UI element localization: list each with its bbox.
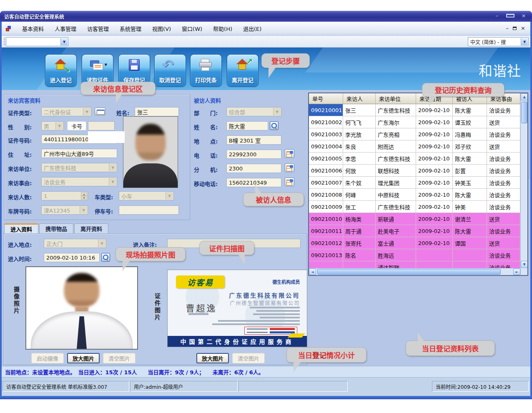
table-cell[interactable]: 洽谈业务 [487,201,520,213]
plate-combo[interactable]: 津A12345▼ [41,205,88,215]
table-cell[interactable]: 送货 [487,140,520,153]
table-cell[interactable]: 090210005 [309,153,343,165]
table-cell[interactable] [453,249,487,261]
toolbar-grip[interactable] [4,38,5,46]
table-cell[interactable]: 洽谈业务 [487,249,520,261]
table-cell[interactable]: 2009-02-10 [416,213,453,225]
table-row[interactable]: 090210013陈名胜海远洽谈业务 [309,249,520,261]
call-phone-icon[interactable] [285,149,294,158]
table-cell[interactable]: 钟美 [453,201,487,213]
table-cell[interactable]: 富士通 [376,237,416,249]
table-cell[interactable]: 090210001 [309,104,343,116]
entry-time-input[interactable]: 2009-02-10 10:16 [44,253,100,262]
clear-photo-button[interactable]: 清空图片 [103,353,136,363]
language-combo[interactable]: 中文 (简体) - 搜 ▼ [468,37,529,46]
table-cell[interactable]: 090210002 [309,116,343,128]
card-no-input[interactable] [88,121,115,130]
table-cell[interactable]: 2009-02-10 [416,237,453,249]
scrollbar-thumb[interactable] [521,102,527,123]
mdi-minimize-icon[interactable]: – [506,25,509,31]
reason-combo[interactable]: 洽谈业务▼ [41,177,117,186]
scroll-up-icon[interactable]: ▲ [521,93,528,100]
table-cell[interactable]: 新联通 [376,213,416,225]
menu-item-help[interactable]: 帮助(H) [208,25,238,33]
table-cell[interactable]: 陈大雷 [453,153,487,165]
table-cell[interactable]: 附而达 [376,140,416,153]
tab-carried-items[interactable]: 携带物品 [39,223,73,233]
table-cell[interactable]: 洽谈业务 [487,177,520,189]
print-slip-button[interactable]: 打印凭条 [190,54,222,87]
table-cell[interactable]: 陈大雷 [453,225,487,237]
mdi-restore-icon[interactable] [513,25,517,31]
table-cell[interactable]: 2009-02-10 [416,140,453,153]
table-cell[interactable]: 2009-02-10 [416,177,453,189]
table-cell[interactable]: 送货 [487,213,520,225]
table-row[interactable]: 090210011周于通赴美电子2009-02-10陈大雷洽谈业务 [309,225,520,237]
card-no-button[interactable]: 卡号 [67,121,86,130]
start-camera-button[interactable]: 启动摄像 [31,353,64,363]
chevron-down-icon[interactable]: ▼ [521,38,528,45]
restore-icon[interactable] [506,13,514,19]
dept-combo[interactable]: 综合部▼ [226,107,281,116]
table-cell[interactable]: 谭玉姣 [453,116,487,128]
tab-leave-info[interactable]: 离开资料 [74,223,108,233]
table-cell[interactable]: 何飞飞 [343,116,376,128]
call-ext-icon[interactable] [285,163,294,172]
table-cell[interactable]: 张三 [343,104,376,116]
table-cell[interactable]: 2009-02-10 [416,189,453,201]
spin-up-icon[interactable]: ▲ [81,192,87,196]
zoom-card-button[interactable]: 放大图片 [196,353,229,363]
table-cell[interactable]: 谢清兰 [453,213,487,225]
table-row[interactable]: 090210001张三广东德生科技2009-02-10陈大雷洽谈业务 [309,104,520,116]
cancel-registration-button[interactable]: ↶ 取消登记 [154,54,186,87]
table-cell[interactable]: 邓子欣 [453,140,487,153]
table-column-header[interactable]: 单号 [309,93,343,104]
table-cell[interactable]: 何峰 [343,189,376,201]
table-cell[interactable]: 广东德生科技 [376,201,416,213]
menu-item-visitor[interactable]: 访客管理 [82,25,114,33]
table-cell[interactable]: 090210009 [309,201,343,213]
id-card-reader-icon[interactable] [95,108,105,115]
menu-item-system[interactable]: 系统管理 [114,25,147,33]
table-cell[interactable]: 广东亮相 [376,128,416,140]
id-type-combo[interactable]: 二代身份证▼ [41,107,91,116]
time-picker-icon[interactable] [101,253,110,262]
table-cell[interactable]: 周于通 [343,225,376,237]
table-cell[interactable]: 李思 [343,153,376,165]
table-cell[interactable]: 陈大雷 [453,189,487,201]
table-cell[interactable]: 090210007 [309,177,343,189]
table-cell[interactable]: 何放 [343,165,376,177]
enter-registration-button[interactable]: ↘ 进入登记 [45,54,77,87]
table-cell[interactable]: 090210008 [309,189,343,201]
table-cell[interactable]: 洽谈业务 [487,104,520,116]
table-cell[interactable]: 中原科技 [376,189,416,201]
chevron-down-icon[interactable]: ▼ [60,38,68,45]
table-cell[interactable]: 广东海尔 [376,116,416,128]
table-cell[interactable]: 090210006 [309,165,343,177]
table-cell[interactable] [416,249,453,261]
table-cell[interactable]: 2009-02-10 [416,116,453,128]
mobile-input[interactable]: 15602210349 [226,178,281,187]
tab-entry-info[interactable]: 进入资料 [4,223,38,233]
vehicle-combo[interactable]: 小车▼ [119,191,174,200]
table-cell[interactable]: 2009-02-10 [416,225,453,237]
interviewee-name-input[interactable]: 陈大雷 [226,121,268,130]
ext-input[interactable]: 2300 [226,164,281,173]
table-cell[interactable]: 陈名 [343,249,376,261]
table-cell[interactable]: 理光集团 [376,177,416,189]
table-row[interactable]: 090210004朱良附而达2009-02-10邓子欣送货 [309,140,520,153]
close-icon[interactable]: × [519,13,528,19]
scroll-left-icon[interactable]: ◄ [309,268,316,275]
table-cell[interactable]: 陈大雷 [453,104,487,116]
table-cell[interactable]: 张工 [343,201,376,213]
leave-registration-button[interactable]: ↗ 离开登记 [227,54,258,87]
table-cell[interactable]: 彭置 [453,165,487,177]
menu-item-view[interactable]: 视图(V) [147,25,176,33]
table-cell[interactable]: 洽谈业务 [487,165,520,177]
table-cell[interactable]: 朱良 [343,140,376,153]
table-cell[interactable]: 洽谈业务 [487,225,520,237]
mdi-close-icon[interactable]: × [521,25,525,31]
table-row[interactable]: 090210002何飞飞广东海尔2009-02-10谭玉姣送货 [309,116,520,128]
menu-item-basic[interactable]: 基本资料 [17,25,49,33]
table-cell[interactable]: 090210004 [309,140,343,153]
